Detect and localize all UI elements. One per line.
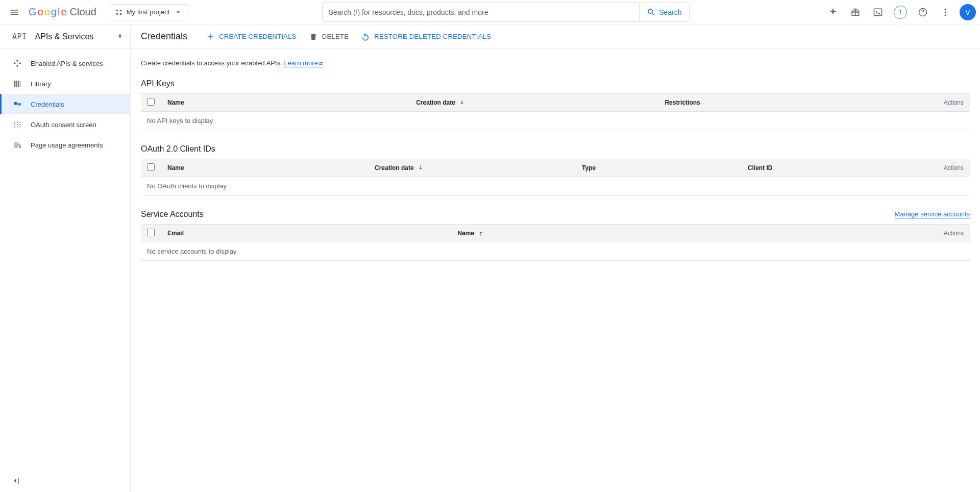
gift-icon [850, 7, 861, 17]
nav-library[interactable]: Library [0, 73, 130, 94]
google-cloud-logo[interactable]: Google Cloud [29, 6, 96, 18]
plus-icon [206, 32, 215, 41]
nav-oauth-consent[interactable]: OAuth consent screen [0, 114, 130, 135]
col-email[interactable]: Email [161, 225, 451, 242]
consent-icon [12, 119, 22, 130]
project-icon [115, 9, 122, 16]
header-right: 1 V [823, 2, 976, 22]
col-type[interactable]: Type [576, 159, 742, 177]
pin-icon [116, 33, 124, 41]
cloud-shell-button[interactable] [868, 2, 888, 22]
layout: API APIs & Services Enabled APIs & servi… [0, 24, 980, 492]
key-icon [12, 99, 22, 109]
sidebar-nav: Enabled APIs & services Library Credenti… [0, 49, 130, 159]
col-name[interactable]: Name [451, 225, 735, 242]
sidebar-title: APIs & Services [35, 32, 94, 41]
intro-text: Create credentials to access your enable… [141, 59, 970, 67]
nav-credentials[interactable]: Credentials [0, 94, 130, 114]
svg-point-9 [945, 14, 946, 16]
svg-point-10 [14, 121, 15, 122]
service-accounts-table: Email Name Actions No service accounts t… [141, 224, 970, 261]
select-all-checkbox[interactable] [147, 163, 155, 171]
restore-label: RESTORE DELETED CREDENTIALS [374, 33, 491, 40]
delete-button[interactable]: DELETE [309, 32, 349, 41]
svg-point-14 [17, 124, 18, 125]
terminal-icon [873, 7, 883, 17]
nav-menu-button[interactable] [4, 2, 24, 22]
select-all-checkbox[interactable] [147, 229, 155, 236]
svg-point-11 [17, 121, 18, 122]
search-container: Search [192, 3, 819, 22]
create-credentials-button[interactable]: CREATE CREDENTIALS [206, 32, 297, 41]
col-actions: Actions [736, 225, 970, 242]
api-icon: API [12, 32, 27, 41]
content: Create credentials to access your enable… [131, 49, 980, 285]
sidebar-header: API APIs & Services [0, 24, 130, 49]
nav-label: Page usage agreements [31, 141, 103, 149]
col-restrictions[interactable]: Restrictions [658, 94, 844, 112]
search-button[interactable]: Search [639, 3, 689, 21]
library-icon [12, 79, 22, 89]
empty-message: No OAuth clients to display [141, 177, 970, 195]
empty-message: No service accounts to display [141, 242, 970, 261]
svg-point-8 [945, 11, 946, 13]
col-actions: Actions [864, 159, 970, 177]
main-content: Credentials CREATE CREDENTIALS DELETE RE… [131, 24, 980, 492]
search-input[interactable] [323, 4, 640, 21]
restore-icon [361, 32, 370, 41]
svg-point-15 [19, 124, 20, 125]
sort-up-icon [477, 230, 484, 237]
empty-row: No service accounts to display [141, 242, 970, 261]
project-name: My first project [127, 8, 170, 16]
sidebar: API APIs & Services Enabled APIs & servi… [0, 24, 131, 492]
select-all-cell [141, 225, 161, 242]
trash-icon [309, 32, 318, 41]
gift-button[interactable] [845, 2, 866, 22]
pin-button[interactable] [116, 33, 124, 41]
notifications-button[interactable]: 1 [890, 2, 911, 22]
more-vert-icon [940, 7, 950, 17]
empty-row: No OAuth clients to display [141, 177, 970, 195]
svg-point-2 [116, 13, 118, 15]
intro-text-content: Create credentials to access your enable… [141, 59, 284, 67]
col-creation-date[interactable]: Creation date [410, 94, 658, 112]
nav-label: Enabled APIs & services [31, 60, 103, 67]
svg-point-13 [14, 124, 15, 125]
restore-button[interactable]: RESTORE DELETED CREDENTIALS [361, 32, 491, 41]
search-box: Search [322, 3, 690, 22]
sparkle-icon [828, 7, 838, 17]
search-button-label: Search [659, 8, 681, 16]
help-icon [918, 7, 928, 17]
gemini-button[interactable] [823, 2, 843, 22]
delete-label: DELETE [322, 33, 349, 40]
col-name[interactable]: Name [161, 94, 410, 112]
nav-page-usage[interactable]: Page usage agreements [0, 135, 130, 155]
select-all-checkbox[interactable] [147, 98, 155, 106]
nav-label: Credentials [31, 101, 64, 108]
help-button[interactable] [913, 2, 933, 22]
section-header: OAuth 2.0 Client IDs [141, 144, 970, 154]
user-avatar[interactable]: V [960, 4, 976, 20]
nav-enabled-apis[interactable]: Enabled APIs & services [0, 53, 130, 73]
external-link-icon: ⧉ [319, 60, 323, 66]
svg-point-1 [120, 9, 122, 11]
svg-point-19 [19, 146, 21, 147]
section-header: API Keys [141, 79, 970, 88]
agreement-icon [12, 140, 22, 150]
col-creation-date[interactable]: Creation date [369, 159, 576, 177]
oauth-clients-table: Name Creation date Type Client ID Action… [141, 159, 970, 195]
api-keys-table: Name Creation date Restrictions Actions … [141, 93, 970, 130]
manage-service-accounts-link[interactable]: Manage service accounts [895, 210, 970, 218]
svg-point-18 [19, 126, 20, 127]
project-selector[interactable]: My first project [110, 4, 189, 20]
section-api-keys: API Keys Name Creation date Restrictions… [141, 79, 970, 130]
col-name[interactable]: Name [161, 159, 369, 177]
sort-down-icon [458, 99, 465, 106]
logo-cloud-text: Cloud [70, 6, 96, 18]
nav-label: Library [31, 80, 51, 88]
more-button[interactable] [935, 2, 955, 22]
sidebar-collapse-button[interactable] [10, 476, 22, 488]
col-client-id[interactable]: Client ID [742, 159, 864, 177]
page-title: Credentials [141, 31, 187, 42]
learn-more-link[interactable]: Learn more⧉ [284, 59, 323, 67]
